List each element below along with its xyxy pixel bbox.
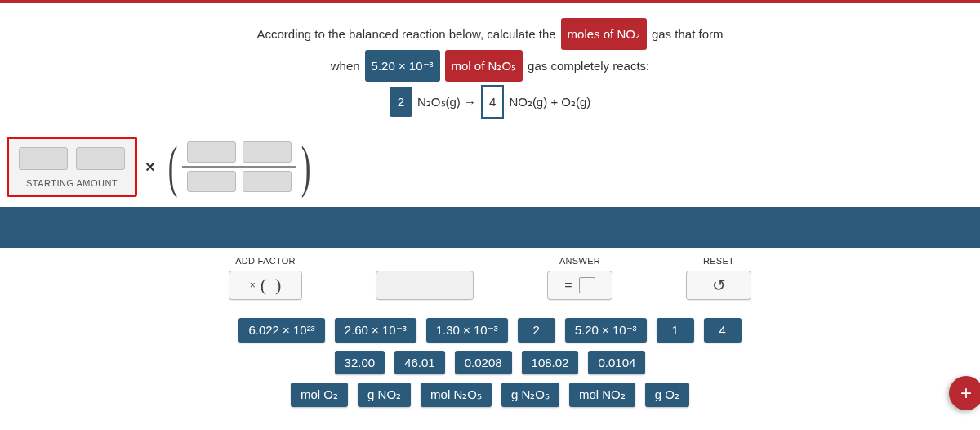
numerator-row (187, 141, 292, 163)
starting-unit-slot[interactable] (76, 147, 125, 170)
tile[interactable]: 4 (704, 318, 742, 343)
equals-sign: = (564, 278, 572, 293)
paren-icon: ( ) (261, 275, 282, 296)
tile[interactable]: 2.60 × 10⁻³ (335, 318, 416, 343)
tile[interactable]: 1.30 × 10⁻³ (426, 318, 508, 343)
equation-line: 2 N₂O₅(g) → 4 NO₂(g) + O₂(g) (0, 85, 980, 119)
q-text: when (331, 52, 360, 79)
denominator-value-slot[interactable] (187, 171, 236, 192)
product-text: NO₂(g) + O₂(g) (509, 88, 590, 115)
tile[interactable]: 5.20 × 10⁻³ (565, 318, 647, 343)
starting-label: STARTING AMOUNT (19, 178, 125, 188)
fraction (182, 141, 296, 192)
q-text: gas that form (652, 20, 724, 47)
tile[interactable]: g NO₂ (358, 383, 411, 407)
tile[interactable]: 46.01 (394, 351, 445, 374)
starting-amount-box[interactable]: STARTING AMOUNT (7, 137, 137, 197)
reset-button[interactable]: ↺ (686, 271, 751, 300)
numerator-unit-slot[interactable] (243, 141, 292, 163)
tile[interactable]: 0.0208 (455, 351, 512, 374)
tile[interactable]: 1 (657, 318, 694, 343)
tile[interactable]: mol O₂ (291, 383, 348, 407)
tile-row-2: 32.00 46.01 0.0208 108.02 0.0104 (335, 351, 646, 374)
starting-value-slot[interactable] (19, 147, 68, 170)
tile[interactable]: g N₂O₅ (501, 383, 559, 407)
top-accent-bar (0, 0, 980, 3)
answer-tiles: 6.022 × 10²³ 2.60 × 10⁻³ 1.30 × 10⁻³ 2 5… (0, 318, 980, 407)
ghost-col (376, 256, 474, 300)
fraction-bar (182, 166, 296, 168)
chip-amount: 5.20 × 10⁻³ (365, 50, 440, 82)
answer-col: ANSWER = (547, 256, 612, 300)
tile[interactable]: 108.02 (522, 351, 579, 374)
conversion-factor: ( ) (163, 141, 316, 192)
times-icon: × (250, 280, 256, 291)
answer-label: ANSWER (559, 256, 600, 266)
ghost-slot[interactable] (376, 271, 474, 300)
add-button[interactable]: + (949, 376, 980, 410)
coefficient-reactant: 2 (390, 87, 412, 117)
answer-button[interactable]: = (547, 271, 612, 300)
numerator-value-slot[interactable] (187, 141, 236, 163)
reset-icon: ↺ (712, 275, 726, 295)
chip-moles-no2: moles of NO₂ (561, 18, 647, 50)
answer-placeholder (579, 277, 595, 293)
question-line-1: According to the balanced reaction below… (0, 18, 980, 50)
tile-row-1: 6.022 × 10²³ 2.60 × 10⁻³ 1.30 × 10⁻³ 2 5… (238, 318, 741, 343)
blue-band (0, 207, 980, 248)
starting-slots (19, 147, 125, 170)
plus-icon: + (960, 382, 972, 405)
add-factor-button[interactable]: × ( ) (229, 271, 302, 300)
q-text: According to the balanced reaction below… (257, 20, 556, 47)
tile[interactable]: mol NO₂ (569, 383, 635, 407)
add-factor-label: ADD FACTOR (235, 256, 296, 266)
left-paren: ( (168, 144, 178, 190)
question-block: According to the balanced reaction below… (0, 18, 980, 119)
coefficient-product: 4 (481, 85, 504, 119)
tile[interactable]: g O₂ (645, 383, 689, 407)
tile[interactable]: 2 (518, 318, 555, 343)
reset-col: RESET ↺ (686, 256, 751, 300)
denominator-row (187, 171, 292, 192)
add-factor-col: ADD FACTOR × ( ) (229, 256, 302, 300)
tile[interactable]: mol N₂O₅ (421, 383, 492, 407)
work-row: STARTING AMOUNT × ( ) (7, 137, 980, 197)
right-paren: ) (301, 144, 311, 190)
reactant-text: N₂O₅(g) → (417, 88, 476, 115)
q-text: gas completely reacts: (528, 52, 649, 79)
denominator-unit-slot[interactable] (243, 171, 292, 192)
tile[interactable]: 0.0104 (588, 351, 645, 374)
multiply-symbol: × (145, 158, 155, 177)
reset-label: RESET (703, 256, 734, 266)
tile[interactable]: 6.022 × 10²³ (238, 318, 324, 343)
question-line-2: when 5.20 × 10⁻³ mol of N₂O₅ gas complet… (0, 50, 980, 82)
controls-row: ADD FACTOR × ( ) ANSWER = RESET ↺ (0, 256, 980, 300)
chip-species: mol of N₂O₅ (445, 50, 523, 82)
ghost-label (423, 256, 425, 266)
tile[interactable]: 32.00 (335, 351, 385, 374)
tile-row-3: mol O₂ g NO₂ mol N₂O₅ g N₂O₅ mol NO₂ g O… (291, 383, 689, 407)
